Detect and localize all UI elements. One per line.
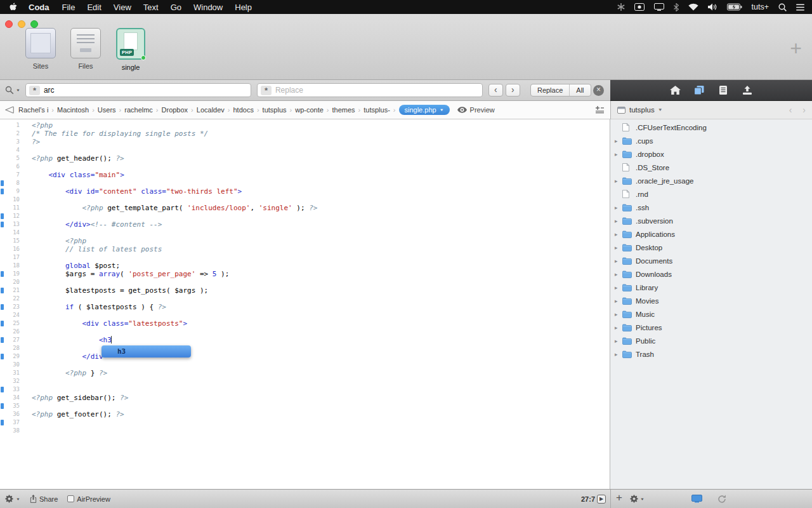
- code-line[interactable]: [32, 377, 317, 385]
- current-file-pill[interactable]: single.php ▼: [399, 105, 450, 115]
- new-tab-button[interactable]: +: [790, 38, 802, 58]
- menu-item-edit[interactable]: Edit: [87, 3, 101, 12]
- menu-item-view[interactable]: View: [114, 3, 131, 12]
- file-row[interactable]: ▸Music: [610, 307, 812, 321]
- disclosure-triangle[interactable]: ▸: [615, 178, 622, 184]
- code-line[interactable]: [32, 146, 317, 154]
- home-icon[interactable]: [666, 83, 684, 98]
- volume-icon[interactable]: [708, 3, 717, 11]
- code-line[interactable]: // list of latest posts: [32, 245, 317, 253]
- disclosure-triangle[interactable]: ▸: [615, 258, 622, 264]
- code-line[interactable]: [32, 295, 317, 303]
- display-icon[interactable]: [654, 3, 664, 11]
- search-scope-button[interactable]: ▼: [5, 86, 20, 95]
- code-line[interactable]: [32, 402, 317, 410]
- disclosure-triangle[interactable]: ▸: [615, 338, 622, 344]
- breadcrumb-item[interactable]: tutsplus: [263, 106, 287, 114]
- code-line[interactable]: if ( $latestposts ) { ?>: [32, 303, 317, 311]
- apple-menu-icon[interactable]: [9, 3, 17, 12]
- menu-item-text[interactable]: Text: [143, 3, 159, 12]
- find-next-button[interactable]: ›: [506, 84, 520, 97]
- goto-line-button[interactable]: ▶: [597, 495, 606, 504]
- code-line[interactable]: [32, 196, 317, 204]
- screen-recording-icon[interactable]: [634, 3, 645, 11]
- code-line[interactable]: [32, 361, 317, 369]
- cursor-position[interactable]: 27:7: [581, 495, 595, 503]
- code-line[interactable]: $latestposts = get_posts( $args );: [32, 286, 317, 295]
- file-row[interactable]: ▸.rnd: [610, 187, 812, 201]
- menubar-username[interactable]: tuts+: [752, 3, 769, 11]
- disclosure-triangle[interactable]: ▸: [615, 204, 622, 211]
- code-line[interactable]: <?php: [32, 237, 317, 245]
- autocomplete-selected-item[interactable]: h3: [117, 347, 126, 356]
- file-row[interactable]: ▸.ssh: [610, 201, 812, 214]
- tab-files[interactable]: Files: [68, 28, 103, 71]
- menu-item-file[interactable]: File: [62, 3, 75, 12]
- code-line[interactable]: <div class="latestposts">: [32, 319, 317, 328]
- wifi-icon[interactable]: [688, 3, 698, 11]
- settings-gear-button[interactable]: ▼: [5, 495, 20, 503]
- replace-input[interactable]: * Replace: [257, 83, 483, 97]
- menu-item-window[interactable]: Window: [193, 3, 223, 12]
- file-row[interactable]: ▸.dropbox: [610, 147, 812, 161]
- breadcrumb-item[interactable]: Rachel's i: [18, 106, 48, 114]
- find-input[interactable]: * arc: [25, 83, 251, 97]
- breadcrumb-item[interactable]: Macintosh: [57, 106, 89, 114]
- code-line[interactable]: $args = array( 'posts_per_page' => 5 );: [32, 270, 317, 278]
- wildcard-icon[interactable]: *: [29, 86, 40, 95]
- code-line[interactable]: <div id="content" class="two-thirds left…: [32, 187, 317, 196]
- autocomplete-popup[interactable]: h3: [102, 345, 191, 358]
- sidebar-back-button[interactable]: ‹: [789, 105, 792, 115]
- disclosure-triangle[interactable]: ▸: [615, 351, 622, 358]
- code-line[interactable]: [32, 418, 317, 427]
- disclosure-triangle[interactable]: ▸: [615, 138, 622, 144]
- disclosure-triangle[interactable]: ▸: [615, 298, 622, 304]
- code-line[interactable]: [32, 278, 317, 286]
- code-line[interactable]: ?>: [32, 138, 317, 146]
- code-line[interactable]: <?php get_template_part( 'includes/loop'…: [32, 204, 317, 212]
- code-line[interactable]: <?php get_footer(); ?>: [32, 410, 317, 418]
- file-row[interactable]: ▸Downloads: [610, 267, 812, 281]
- file-row[interactable]: ▸Library: [610, 281, 812, 294]
- breadcrumb-item[interactable]: htdocs: [233, 106, 254, 114]
- airpreview-button[interactable]: AirPreview: [67, 495, 110, 503]
- file-row[interactable]: ▸Pictures: [610, 321, 812, 334]
- tab-single[interactable]: PHP single: [113, 28, 148, 71]
- code-editor[interactable]: 1234567891011121314151617181920212223242…: [0, 119, 610, 489]
- breadcrumb-item[interactable]: Dropbox: [162, 106, 188, 114]
- code-line[interactable]: <?php: [32, 121, 317, 130]
- wildcard-icon[interactable]: *: [261, 86, 272, 95]
- airpreview-display-icon[interactable]: [691, 495, 702, 503]
- breadcrumb-item[interactable]: themes: [332, 106, 355, 114]
- close-window-button[interactable]: [5, 20, 13, 28]
- sidebar-forward-button[interactable]: ›: [802, 105, 806, 115]
- find-previous-button[interactable]: ‹: [488, 84, 503, 97]
- file-row[interactable]: ▸Desktop: [610, 241, 812, 254]
- code-area[interactable]: <?php/* The file for displaying single p…: [32, 121, 317, 435]
- file-row[interactable]: ▸.subversion: [610, 214, 812, 227]
- zoom-window-button[interactable]: [30, 20, 38, 28]
- disclosure-triangle[interactable]: ▸: [615, 311, 622, 318]
- breadcrumb-item[interactable]: tutsplus-: [363, 106, 390, 114]
- keyboard-maestro-icon[interactable]: [617, 3, 625, 11]
- code-line[interactable]: [32, 311, 317, 319]
- disclosure-triangle[interactable]: ▸: [615, 231, 622, 237]
- menu-item-help[interactable]: Help: [235, 3, 252, 12]
- file-row[interactable]: ▸Trash: [610, 347, 812, 361]
- file-row[interactable]: ▸Applications: [610, 227, 812, 241]
- preview-button[interactable]: Preview: [457, 106, 495, 114]
- disclosure-triangle[interactable]: ▸: [615, 324, 622, 331]
- sidebar-gear-button[interactable]: ▼: [630, 495, 645, 503]
- minimize-window-button[interactable]: [18, 20, 25, 28]
- file-row[interactable]: ▸.oracle_jre_usage: [610, 174, 812, 187]
- file-row[interactable]: ▸.cups: [610, 134, 812, 147]
- back-navigate-icon[interactable]: [5, 106, 14, 114]
- disclosure-triangle[interactable]: ▸: [615, 151, 622, 157]
- replace-all-button[interactable]: All: [570, 84, 590, 96]
- disclosure-triangle[interactable]: ▸: [615, 271, 622, 277]
- file-row[interactable]: ▸Public: [610, 334, 812, 347]
- breadcrumb-item[interactable]: wp-conte: [295, 106, 324, 114]
- notification-center-icon[interactable]: [796, 4, 804, 11]
- share-button[interactable]: Share: [30, 495, 58, 503]
- replace-button[interactable]: Replace: [531, 84, 570, 96]
